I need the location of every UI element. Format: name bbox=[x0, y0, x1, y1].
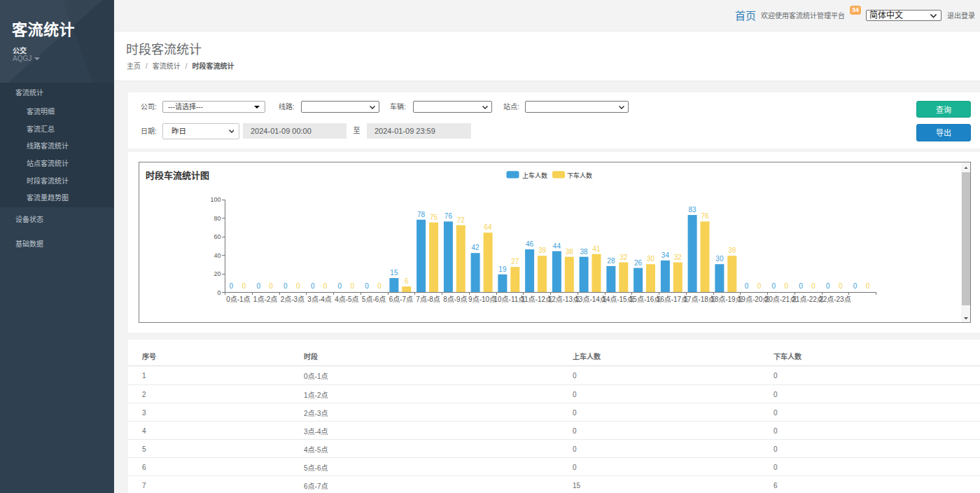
svg-text:80: 80 bbox=[214, 215, 220, 222]
svg-text:72: 72 bbox=[457, 216, 465, 224]
svg-text:时段车流统计图: 时段车流统计图 bbox=[146, 170, 209, 181]
svg-text:0: 0 bbox=[256, 282, 260, 290]
svg-text:76: 76 bbox=[444, 212, 453, 220]
svg-text:64: 64 bbox=[484, 223, 493, 231]
svg-text:38: 38 bbox=[580, 248, 589, 256]
svg-text:0: 0 bbox=[745, 282, 749, 290]
svg-text:78: 78 bbox=[417, 211, 426, 218]
svg-text:75: 75 bbox=[430, 214, 438, 221]
svg-text:20: 20 bbox=[214, 270, 220, 277]
svg-text:1点-2点: 1点-2点 bbox=[253, 296, 277, 303]
svg-text:30: 30 bbox=[647, 255, 655, 263]
svg-text:19: 19 bbox=[498, 265, 507, 273]
svg-text:22点-23点: 22点-23点 bbox=[819, 296, 851, 303]
svg-text:0: 0 bbox=[772, 282, 776, 290]
svg-text:0: 0 bbox=[269, 282, 273, 290]
svg-text:60: 60 bbox=[214, 233, 220, 240]
svg-text:26: 26 bbox=[634, 259, 643, 267]
svg-text:0: 0 bbox=[811, 282, 816, 290]
svg-text:0: 0 bbox=[826, 282, 830, 290]
svg-text:6: 6 bbox=[405, 277, 409, 285]
svg-text:83: 83 bbox=[689, 206, 697, 214]
svg-text:0: 0 bbox=[853, 282, 858, 290]
svg-text:5点-6点: 5点-6点 bbox=[362, 296, 386, 303]
svg-text:32: 32 bbox=[674, 254, 682, 261]
svg-text:32: 32 bbox=[620, 254, 628, 261]
svg-text:15: 15 bbox=[390, 269, 398, 277]
svg-text:上车人数: 上车人数 bbox=[522, 172, 547, 179]
svg-text:7点-8点: 7点-8点 bbox=[416, 296, 440, 303]
svg-text:0: 0 bbox=[284, 282, 288, 290]
svg-text:0: 0 bbox=[230, 282, 234, 290]
svg-text:0: 0 bbox=[839, 282, 843, 290]
svg-text:30: 30 bbox=[715, 255, 724, 263]
svg-text:27: 27 bbox=[511, 258, 519, 265]
svg-text:42: 42 bbox=[472, 244, 480, 251]
svg-text:0: 0 bbox=[323, 282, 328, 290]
svg-text:28: 28 bbox=[607, 257, 615, 265]
svg-text:100: 100 bbox=[210, 196, 220, 203]
svg-text:2点-3点: 2点-3点 bbox=[281, 296, 304, 303]
svg-text:8点-9点: 8点-9点 bbox=[443, 296, 467, 303]
svg-text:0: 0 bbox=[311, 282, 315, 290]
svg-text:0: 0 bbox=[866, 282, 870, 290]
svg-text:34: 34 bbox=[662, 251, 670, 259]
svg-text:下车人数: 下车人数 bbox=[567, 172, 592, 179]
svg-text:39: 39 bbox=[728, 246, 736, 254]
svg-text:40: 40 bbox=[214, 252, 220, 259]
svg-text:0: 0 bbox=[296, 282, 300, 290]
svg-text:0: 0 bbox=[242, 282, 246, 290]
svg-text:0: 0 bbox=[799, 282, 803, 290]
svg-text:76: 76 bbox=[701, 212, 709, 220]
svg-text:0点-1点: 0点-1点 bbox=[226, 296, 250, 303]
svg-text:0: 0 bbox=[338, 282, 342, 290]
svg-text:0: 0 bbox=[377, 282, 382, 290]
svg-text:41: 41 bbox=[592, 245, 601, 253]
svg-text:6点-7点: 6点-7点 bbox=[389, 296, 413, 303]
svg-text:0: 0 bbox=[217, 289, 220, 296]
svg-text:3点-4点: 3点-4点 bbox=[307, 296, 331, 303]
svg-text:0: 0 bbox=[757, 282, 762, 290]
svg-text:0: 0 bbox=[351, 282, 355, 290]
svg-text:0: 0 bbox=[365, 282, 369, 290]
svg-text:39: 39 bbox=[538, 246, 547, 254]
svg-text:0: 0 bbox=[785, 282, 789, 290]
svg-text:38: 38 bbox=[566, 248, 574, 256]
svg-text:4点-5点: 4点-5点 bbox=[335, 296, 358, 303]
svg-text:9点-10点: 9点-10点 bbox=[468, 296, 496, 303]
svg-text:46: 46 bbox=[526, 240, 534, 248]
svg-text:44: 44 bbox=[553, 242, 561, 250]
